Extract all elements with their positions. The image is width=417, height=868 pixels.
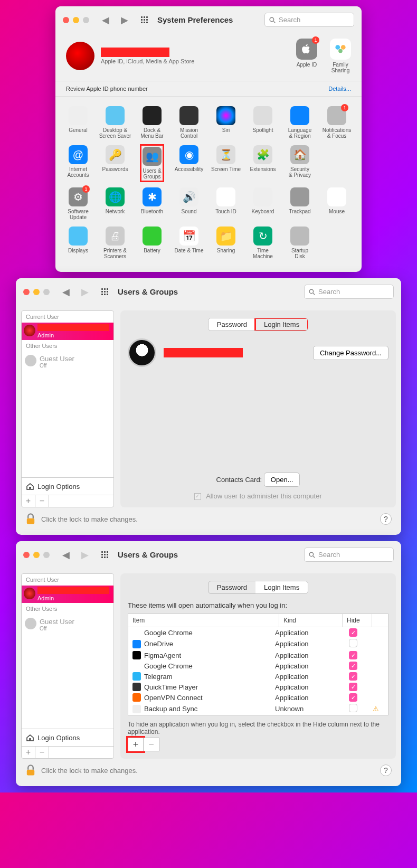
hide-checkbox[interactable] <box>338 639 368 649</box>
user-avatar[interactable] <box>66 42 94 70</box>
login-item-row[interactable]: OneDriveApplication <box>128 638 388 650</box>
login-options-button[interactable]: Login Options <box>22 477 113 495</box>
pref-internet-accounts[interactable]: @Internet Accounts <box>60 142 97 184</box>
add-user-button[interactable]: + <box>22 747 35 758</box>
close-button[interactable] <box>23 552 30 558</box>
sidebar-guest-user[interactable]: Guest User Off <box>22 352 113 372</box>
back-button[interactable]: ◀ <box>59 549 73 561</box>
login-item-row[interactable]: Backup and SyncUnknown⚠ <box>128 703 388 715</box>
pref-displays[interactable]: Displays <box>60 223 97 262</box>
family-sharing-button[interactable]: Family Sharing <box>330 39 351 73</box>
sidebar-current-user[interactable]: Admin <box>22 586 113 603</box>
login-item-row[interactable]: TelegramApplication✓ <box>128 671 388 682</box>
pref-notifications-focus[interactable]: 1Notifications & Focus <box>318 103 355 142</box>
lock-icon[interactable] <box>25 513 36 525</box>
col-hide[interactable]: Hide <box>343 614 372 627</box>
minimize-button[interactable] <box>33 289 40 295</box>
forward-button[interactable]: ▶ <box>118 14 131 26</box>
sidebar-current-user[interactable]: Admin <box>22 323 113 340</box>
pref-mission-control[interactable]: Mission Control <box>170 103 207 142</box>
grid-view-icon[interactable] <box>101 551 108 558</box>
search-input[interactable]: Search <box>264 13 354 27</box>
minimize-button[interactable] <box>73 17 79 23</box>
help-button[interactable]: ? <box>380 513 392 525</box>
login-item-row[interactable]: QuickTime PlayerApplication✓ <box>128 682 388 692</box>
pref-passwords[interactable]: 🔑Passwords <box>97 142 134 184</box>
pref-spotlight[interactable]: Spotlight <box>244 103 281 142</box>
pref-screen-time[interactable]: ⏳Screen Time <box>207 142 244 184</box>
hide-checkbox[interactable] <box>338 704 368 714</box>
pref-printers-scanners[interactable]: 🖨Printers & Scanners <box>97 223 134 262</box>
pref-mouse[interactable]: Mouse <box>318 184 355 223</box>
pref-siri[interactable]: Siri <box>207 103 244 142</box>
hide-checkbox[interactable]: ✓ <box>338 662 368 670</box>
col-kind[interactable]: Kind <box>279 614 343 627</box>
add-login-item-button[interactable]: + <box>128 738 144 751</box>
hide-checkbox[interactable]: ✓ <box>338 628 368 637</box>
login-item-row[interactable]: Google ChromeApplication✓ <box>128 627 388 638</box>
login-item-row[interactable]: Google ChromeApplication✓ <box>128 661 388 671</box>
svg-point-0 <box>270 17 274 22</box>
pref-software-update[interactable]: ⚙1Software Update <box>60 184 97 223</box>
minimize-button[interactable] <box>33 552 40 558</box>
pref-security-privacy[interactable]: 🏠Security & Privacy <box>281 142 318 184</box>
pref-network[interactable]: 🌐Network <box>97 184 134 223</box>
open-contacts-button[interactable]: Open... <box>264 473 300 487</box>
pref-accessibility[interactable]: ◉Accessibility <box>170 142 207 184</box>
hide-checkbox[interactable]: ✓ <box>338 651 368 659</box>
notification-badge: 1 <box>341 104 348 111</box>
col-item[interactable]: Item <box>128 614 279 627</box>
pref-general[interactable]: General <box>60 103 97 142</box>
pref-time-machine[interactable]: ↻Time Machine <box>244 223 281 262</box>
pref-startup-disk[interactable]: Startup Disk <box>281 223 318 262</box>
pref-battery[interactable]: Battery <box>134 223 170 262</box>
search-input[interactable]: Search <box>304 548 394 562</box>
pref-dock-menu-bar[interactable]: Dock & Menu Bar <box>134 103 170 142</box>
pref-icon: 🌐 <box>106 187 125 206</box>
user-picture[interactable] <box>128 338 156 367</box>
back-button[interactable]: ◀ <box>59 286 73 298</box>
pref-language-region[interactable]: Language & Region <box>281 103 318 142</box>
hide-checkbox[interactable]: ✓ <box>338 672 368 681</box>
login-item-row[interactable]: FigmaAgentApplication✓ <box>128 650 388 661</box>
add-user-button[interactable]: + <box>22 495 35 507</box>
remove-user-button[interactable]: − <box>35 495 49 507</box>
login-item-row[interactable]: OpenVPN ConnectApplication✓ <box>128 692 388 703</box>
pref-label: Bluetooth <box>141 209 163 214</box>
lock-text: Click the lock to make changes. <box>41 767 138 775</box>
close-button[interactable] <box>23 289 30 295</box>
pref-extensions[interactable]: 🧩Extensions <box>244 142 281 184</box>
pref-users-groups[interactable]: 👥Users & Groups <box>134 142 170 184</box>
hide-checkbox[interactable]: ✓ <box>338 693 368 702</box>
pref-icon: ⚙1 <box>69 187 88 206</box>
details-link[interactable]: Details... <box>328 86 351 92</box>
grid-view-icon[interactable] <box>141 16 148 23</box>
change-password-button[interactable]: Change Password... <box>313 346 388 360</box>
pref-icon <box>143 106 162 125</box>
pref-touch-id[interactable]: ◉Touch ID <box>207 184 244 223</box>
login-options-button[interactable]: Login Options <box>22 729 113 746</box>
pref-trackpad[interactable]: Trackpad <box>281 184 318 223</box>
remove-user-button[interactable]: − <box>35 747 49 758</box>
tab-login-items[interactable]: Login Items <box>255 318 308 331</box>
tab-password[interactable]: Password <box>209 318 255 331</box>
tab-login-items[interactable]: Login Items <box>255 581 308 593</box>
pref-bluetooth[interactable]: ✱Bluetooth <box>134 184 170 223</box>
pref-sharing[interactable]: 📁Sharing <box>207 223 244 262</box>
help-button[interactable]: ? <box>380 765 392 776</box>
sidebar-guest-user[interactable]: Guest User Off <box>22 615 113 635</box>
guest-avatar-icon <box>25 355 36 366</box>
pref-desktop-screen-saver[interactable]: Desktop & Screen Saver <box>97 103 134 142</box>
back-button[interactable]: ◀ <box>99 14 112 26</box>
tab-password[interactable]: Password <box>209 581 255 593</box>
pref-icon: 🧩 <box>253 145 272 164</box>
pref-sound[interactable]: 🔊Sound <box>170 184 207 223</box>
close-button[interactable] <box>63 17 69 23</box>
search-input[interactable]: Search <box>304 285 394 299</box>
grid-view-icon[interactable] <box>101 288 108 295</box>
pref-keyboard[interactable]: Keyboard <box>244 184 281 223</box>
apple-id-button[interactable]: 1 Apple ID <box>296 39 317 73</box>
lock-icon[interactable] <box>25 764 36 777</box>
hide-checkbox[interactable]: ✓ <box>338 683 368 691</box>
pref-date-time[interactable]: 📅Date & Time <box>170 223 207 262</box>
